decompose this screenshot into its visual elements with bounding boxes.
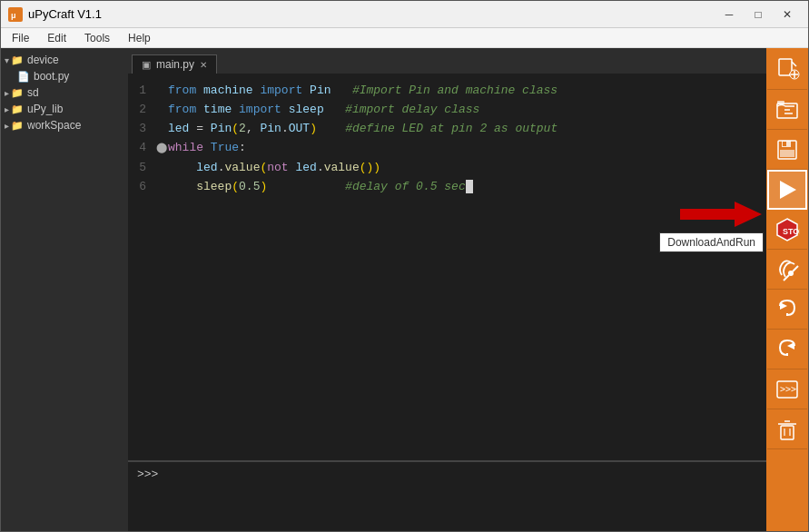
tree-label-workspace: workSpace [27,119,81,132]
open-file-button[interactable] [767,90,807,130]
download-run-icon [774,177,800,202]
tab-mainpy[interactable]: ▣ main.py ✕ [132,54,217,74]
code-text-6: sleep(0.5) #delay of 0.5 sec [168,177,766,196]
svg-marker-23 [780,302,787,310]
tree-label-sd: sd [27,86,39,99]
folder-icon-upylib: 📁 [11,103,24,115]
code-text-3: led = Pin(2, Pin.OUT) #define LED at pin… [168,119,766,138]
code-text-2: from time import sleep #import delay cla… [168,100,766,119]
code-line-5: 5 led.value(not led.value()) [128,158,766,177]
code-line-2: 2 from time import sleep #import delay c… [128,100,766,119]
repl-button[interactable]: >>> [767,369,807,409]
close-button[interactable]: ✕ [774,5,801,25]
code-editor[interactable]: 1 from machine import Pin #Import Pin an… [128,74,766,460]
minimize-button[interactable]: ─ [715,5,743,25]
maximize-button[interactable]: □ [745,5,772,25]
svg-rect-27 [781,426,794,439]
tab-label-mainpy: main.py [156,58,194,71]
title-bar-left: μ uPyCraft V1.1 [8,7,102,22]
menu-edit[interactable]: Edit [40,30,74,46]
editor-area: ▣ main.py ✕ 1 from machine import Pin #I… [128,48,766,532]
app-icon-svg: μ [8,7,23,22]
app-title: uPyCraft V1.1 [28,7,102,21]
tab-bar: ▣ main.py ✕ [128,48,766,74]
stop-icon: STOP [774,217,800,242]
svg-rect-15 [780,150,794,157]
title-bar-controls: ─ □ ✕ [715,5,801,25]
tree-label-device: device [27,54,59,66]
tree-item-workspace[interactable]: ▸ 📁 workSpace [1,117,128,133]
svg-marker-32 [680,202,762,227]
svg-marker-24 [787,342,794,350]
red-arrow-icon [680,198,762,231]
repl-icon: >>> [774,377,800,402]
menu-bar: File Edit Tools Help [1,28,808,48]
tree-item-upylib[interactable]: ▸ 📁 uPy_lib [1,101,128,117]
expand-arrow-workspace: ▸ [5,121,9,131]
new-file-button[interactable] [767,50,807,90]
download-run-button[interactable] [767,170,807,210]
tree-item-bootpy[interactable]: 📄 boot.py [1,68,128,84]
code-text-1: from machine import Pin #Import Pin and … [168,81,766,100]
svg-text:μ: μ [11,11,16,20]
open-file-icon [774,97,800,123]
terminal[interactable]: >>> [128,460,766,532]
menu-tools[interactable]: Tools [77,30,117,46]
file-tree: ▾ 📁 device 📄 boot.py ▸ 📁 sd ▸ 📁 uPy_lib … [1,48,128,137]
line-number-2: 2 [128,100,155,119]
tree-item-sd[interactable]: ▸ 📁 sd [1,84,128,101]
stop-button[interactable]: STOP [767,210,807,250]
title-bar: μ uPyCraft V1.1 ─ □ ✕ [1,1,808,28]
folder-icon-workspace: 📁 [11,120,24,132]
sidebar: ▾ 📁 device 📄 boot.py ▸ 📁 sd ▸ 📁 uPy_lib … [1,48,128,532]
code-line-3: 3 led = Pin(2, Pin.OUT) #define LED at p… [128,119,766,138]
connect-button[interactable] [767,250,807,290]
tab-close-mainpy[interactable]: ✕ [200,60,207,70]
code-line-1: 1 from machine import Pin #Import Pin an… [128,81,766,100]
red-arrow-annotation [680,198,762,231]
undo-icon [774,297,800,322]
connect-icon [774,257,800,282]
redo-icon [774,337,800,362]
folder-icon-sd: 📁 [11,87,24,99]
save-file-button[interactable] [767,130,807,170]
svg-text:STOP: STOP [783,227,800,236]
line-number-3: 3 [128,119,155,138]
svg-line-22 [793,266,798,271]
terminal-prompt: >>> [137,468,158,481]
new-file-icon [774,57,800,83]
svg-rect-16 [783,142,786,146]
line-number-4: 4 [128,138,155,157]
code-text-4: while True: [168,138,766,157]
tree-label-bootpy: boot.py [34,70,69,83]
expand-arrow-device: ▾ [5,55,9,65]
expand-arrow-upylib: ▸ [5,104,9,114]
line-number-1: 1 [128,81,155,100]
menu-help[interactable]: Help [121,30,158,46]
line-number-6: 6 [128,177,155,196]
main-container: ▾ 📁 device 📄 boot.py ▸ 📁 sd ▸ 📁 uPy_lib … [1,48,808,532]
save-file-icon [774,137,800,163]
code-line-6: 6 sleep(0.5) #delay of 0.5 sec [128,177,766,196]
delete-icon [774,417,800,442]
redo-button[interactable] [767,330,807,369]
right-toolbar: STOP [766,48,808,532]
expand-arrow-sd: ▸ [5,88,9,98]
download-run-label: DownloadAndRun [667,236,755,249]
tree-label-upylib: uPy_lib [27,103,63,115]
line-number-5: 5 [128,158,155,177]
svg-rect-10 [777,101,784,104]
svg-marker-17 [780,181,796,199]
tree-item-device[interactable]: ▾ 📁 device [1,52,128,68]
tab-file-icon: ▣ [142,59,151,71]
line-arrow-4: ⬤ [155,139,168,158]
svg-text:>>>: >>> [780,384,796,394]
menu-file[interactable]: File [5,30,36,46]
file-icon-bootpy: 📄 [17,71,30,83]
delete-button[interactable] [767,409,807,449]
code-text-5: led.value(not led.value()) [168,158,766,177]
code-content: 1 from machine import Pin #Import Pin an… [128,74,766,203]
code-line-4: 4 ⬤ while True: [128,138,766,158]
folder-icon-device: 📁 [11,54,24,66]
undo-button[interactable] [767,290,807,330]
